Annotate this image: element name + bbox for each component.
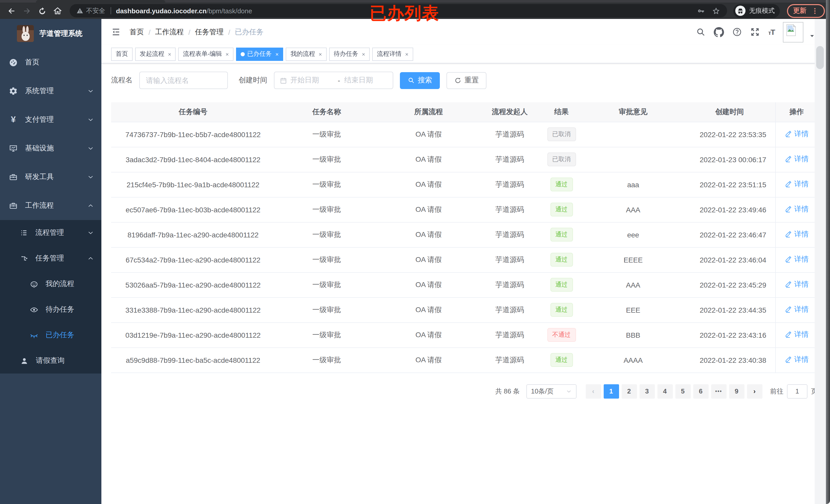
sidebar-item-my-process[interactable]: 我的流程 [0, 271, 101, 297]
next-page-button[interactable]: › [747, 384, 762, 398]
close-icon[interactable]: × [362, 51, 365, 57]
close-icon[interactable]: × [405, 51, 408, 57]
sidebar-item-done-task[interactable]: 已办任务 [0, 322, 101, 348]
page-scrollbar-thumb[interactable] [816, 46, 824, 69]
detail-button[interactable]: 详情 [785, 305, 809, 314]
chevron-down-icon [87, 116, 94, 123]
detail-button[interactable]: 详情 [785, 130, 809, 139]
breadcrumb: 首页 / 工作流程 / 任务管理 / 已办任务 [130, 27, 263, 37]
close-icon[interactable]: × [276, 51, 279, 57]
process-name-input[interactable] [139, 72, 228, 89]
avatar[interactable] [783, 22, 803, 42]
breadcrumb-home[interactable]: 首页 [130, 27, 144, 37]
page-size-select[interactable]: 10条/页 [526, 384, 577, 398]
key-icon[interactable] [697, 7, 705, 15]
page-button-4[interactable]: 4 [657, 384, 673, 398]
goto-page-input[interactable] [787, 384, 807, 398]
search-icon[interactable] [696, 27, 706, 37]
bookmark-star-icon[interactable] [712, 6, 721, 15]
detail-button[interactable]: 详情 [785, 255, 809, 264]
yen-icon: ¥ [9, 114, 18, 125]
pencil-icon [785, 231, 792, 238]
sidebar-item-leave-query[interactable]: 请假查询 [0, 348, 101, 373]
page-scrollbar[interactable] [815, 19, 826, 504]
start-date-placeholder[interactable]: 开始日期 [290, 76, 333, 85]
calendar-icon [280, 76, 287, 84]
date-range-picker[interactable]: 开始日期 - 结束日期 [274, 72, 393, 89]
tab-home[interactable]: 首页 [111, 47, 133, 61]
close-icon[interactable]: × [226, 51, 229, 57]
security-status[interactable]: 不安全 [76, 6, 105, 15]
sidebar-item-workflow[interactable]: 工作流程 [0, 191, 101, 220]
sidebar-item-system[interactable]: 系统管理 [0, 77, 101, 105]
dashboard-icon [9, 58, 18, 67]
tab-done-task[interactable]: 已办任务× [236, 47, 283, 61]
home-icon[interactable] [51, 5, 63, 17]
col-result: 结果 [541, 102, 582, 122]
close-icon[interactable]: × [319, 51, 322, 57]
search-button[interactable]: 搜索 [400, 72, 440, 89]
browser-scrollbar[interactable] [826, 0, 830, 504]
tab-form-edit[interactable]: 流程表单-编辑× [179, 47, 233, 61]
sidebar-item-todo-task[interactable]: 待办任务 [0, 297, 101, 322]
detail-button[interactable]: 详情 [785, 205, 809, 214]
detail-button[interactable]: 详情 [785, 355, 809, 364]
tab-my-process[interactable]: 我的流程× [286, 47, 327, 61]
browser-update-button[interactable]: 更新 [787, 4, 825, 18]
font-size-icon[interactable]: тT [768, 28, 775, 36]
page-button-5[interactable]: 5 [675, 384, 691, 398]
page-button-6[interactable]: 6 [693, 384, 708, 398]
omnibox-divider [110, 7, 111, 14]
help-icon[interactable] [732, 27, 742, 37]
filter-form: 流程名 创建时间 开始日期 - 结束日期 搜索 重置 [111, 72, 830, 89]
page-content: 流程名 创建时间 开始日期 - 结束日期 搜索 重置 [101, 63, 830, 398]
prev-page-button[interactable]: ‹ [585, 384, 601, 398]
detail-button[interactable]: 详情 [785, 179, 809, 189]
page-ellipsis[interactable]: ••• [711, 384, 726, 398]
fullscreen-icon[interactable] [751, 27, 760, 37]
sidebar-item-task-mgmt[interactable]: 任务管理 [0, 246, 101, 271]
status-badge: 通过 [550, 228, 573, 241]
sidebar-item-infra[interactable]: 基础设施 [0, 134, 101, 163]
sidebar-item-devtools[interactable]: 研发工具 [0, 163, 101, 191]
col-task-name: 任务名称 [275, 102, 378, 122]
done-task-table: 任务编号 任务名称 所属流程 流程发起人 结果 审批意见 创建时间 操作 747… [111, 102, 818, 373]
page-button-2[interactable]: 2 [621, 384, 637, 398]
breadcrumb-task-mgmt[interactable]: 任务管理 [195, 27, 224, 37]
face-icon [30, 280, 38, 288]
detail-button[interactable]: 详情 [785, 280, 809, 289]
chevron-down-icon [87, 173, 94, 180]
browser-menu-icon[interactable] [811, 7, 819, 14]
table-row: 03d1219e-7b9a-11ec-a290-acde48001122一级审批… [111, 322, 818, 347]
tab-process-detail[interactable]: 流程详情× [372, 47, 413, 61]
tab-start-process[interactable]: 发起流程× [135, 47, 176, 61]
close-icon[interactable]: × [168, 51, 171, 57]
page-button-9[interactable]: 9 [729, 384, 744, 398]
detail-button[interactable]: 详情 [785, 230, 809, 239]
sidebar-fold-icon[interactable] [111, 27, 121, 37]
forward-icon[interactable] [21, 5, 33, 17]
browser-active-tab[interactable] [36, 0, 165, 3]
breadcrumb-workflow[interactable]: 工作流程 [155, 27, 184, 37]
reset-button[interactable]: 重置 [446, 72, 486, 89]
sidebar-item-home[interactable]: 首页 [0, 48, 101, 77]
annotation-title: 已办列表 [370, 4, 439, 23]
page-url[interactable]: dashboard.yudao.iocoder.cn/bpm/task/done [116, 7, 252, 14]
table-row: a59c9d88-7b99-11ec-ba5c-acde48001122一级审批… [111, 347, 818, 372]
sidebar-item-payment[interactable]: ¥ 支付管理 [0, 105, 101, 134]
refresh-icon [454, 77, 461, 84]
page-button-1[interactable]: 1 [603, 384, 619, 398]
reload-icon[interactable] [36, 5, 48, 17]
github-icon[interactable] [714, 27, 724, 37]
end-date-placeholder[interactable]: 结束日期 [344, 76, 388, 85]
pencil-icon [785, 331, 792, 338]
detail-button[interactable]: 详情 [785, 330, 809, 339]
app-logo[interactable]: 芋道管理系统 [0, 19, 101, 48]
tab-todo-task[interactable]: 待办任务× [329, 47, 370, 61]
sidebar-item-process-mgmt[interactable]: 流程管理 [0, 220, 101, 246]
detail-button[interactable]: 详情 [785, 155, 809, 164]
back-icon[interactable] [5, 5, 18, 17]
main-area: 首页 / 工作流程 / 任务管理 / 已办任务 тT 首页 发起流程× 流程表单 [101, 19, 830, 504]
page-button-3[interactable]: 3 [639, 384, 655, 398]
active-tab-dot [241, 52, 245, 56]
